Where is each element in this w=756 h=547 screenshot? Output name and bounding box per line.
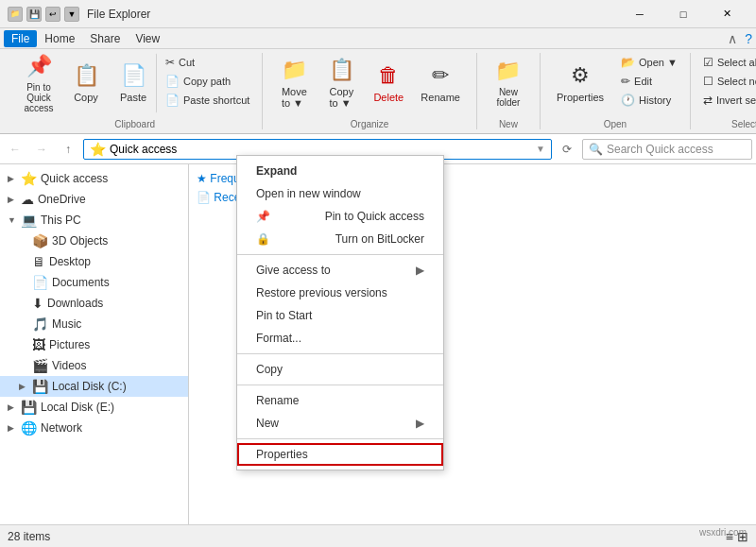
menu-bar: File Home Share View ∧ ? xyxy=(0,28,756,49)
refresh-button[interactable]: ⟳ xyxy=(556,138,578,161)
toolbar-dropdown[interactable]: ▼ xyxy=(64,7,79,22)
copy-path-label: Copy path xyxy=(183,76,231,87)
ctx-new[interactable]: New ▶ xyxy=(237,412,443,435)
select-all-button[interactable]: ☑ Select all xyxy=(698,53,756,72)
ctx-restore-previous[interactable]: Restore previous versions xyxy=(237,282,443,304)
search-box[interactable]: 🔍 Search Quick access xyxy=(582,139,752,160)
new-folder-label: Newfolder xyxy=(496,87,520,108)
up-button[interactable]: ↑ xyxy=(57,138,79,161)
ribbon-expand-icon[interactable]: ∧ xyxy=(728,31,737,46)
cut-icon: ✂ xyxy=(165,56,175,69)
copy-path-button[interactable]: 📄 Copy path xyxy=(161,72,254,91)
local-c-arrow: ▶ xyxy=(19,382,28,391)
window-controls: ─ □ ✕ xyxy=(618,0,748,28)
desktop-label: Desktop xyxy=(49,255,188,268)
sidebar-item-this-pc[interactable]: ▼ 💻 This PC xyxy=(0,210,188,231)
menu-file[interactable]: File xyxy=(4,30,37,47)
copy-to-button[interactable]: 📋 Copyto ▼ xyxy=(318,53,365,113)
properties-button[interactable]: ⚙ Properties xyxy=(548,53,612,113)
ctx-format[interactable]: Format... xyxy=(237,327,443,350)
items-count: 28 items xyxy=(8,530,50,543)
maximize-button[interactable]: □ xyxy=(662,0,705,28)
ribbon-group-organize: 📁 Moveto ▼ 📋 Copyto ▼ 🗑 Delete ✏ Rename … xyxy=(263,53,477,129)
ctx-open-new-window[interactable]: Open in new window xyxy=(237,182,443,205)
copy-path-icon: 📄 xyxy=(165,75,180,88)
sidebar-item-3d-objects[interactable]: 📦 3D Objects xyxy=(0,231,188,251)
ctx-new-arrow: ▶ xyxy=(416,417,424,430)
forward-button[interactable]: → xyxy=(30,138,53,161)
ctx-expand[interactable]: Expand xyxy=(237,160,443,182)
address-path: Quick access xyxy=(110,143,177,156)
pictures-icon: 🖼 xyxy=(32,337,45,352)
sidebar-item-onedrive[interactable]: ▶ ☁ OneDrive xyxy=(0,189,188,210)
downloads-label: Downloads xyxy=(47,297,188,310)
select-group-label: Select xyxy=(698,117,756,129)
ctx-pin-start-label: Pin to Start xyxy=(256,309,312,322)
sidebar-item-downloads[interactable]: ⬇ Downloads xyxy=(0,293,188,314)
network-icon: 🌐 xyxy=(21,420,37,436)
3d-icon: 📦 xyxy=(32,233,48,248)
pin-label: Pin to Quickaccess xyxy=(24,82,54,113)
ctx-properties-label: Properties xyxy=(256,448,308,461)
sidebar-item-documents[interactable]: 📄 Documents xyxy=(0,272,188,293)
cut-button[interactable]: ✂ Cut xyxy=(161,53,254,72)
title-bar: 📁 💾 ↩ ▼ File Explorer ─ □ ✕ xyxy=(0,0,756,28)
ctx-bitlocker[interactable]: 🔒 Turn on BitLocker xyxy=(237,228,443,250)
edit-button[interactable]: ✏ Edit xyxy=(616,72,682,91)
sidebar-item-local-disk-c[interactable]: ▶ 💾 Local Disk (C:) xyxy=(0,376,188,397)
sidebar-item-quick-access[interactable]: ▶ ⭐ Quick access xyxy=(0,168,188,189)
ctx-give-access[interactable]: Give access to ▶ xyxy=(237,259,443,282)
ctx-copy[interactable]: Copy xyxy=(237,358,443,381)
move-to-button[interactable]: 📁 Moveto ▼ xyxy=(270,53,318,113)
invert-selection-button[interactable]: ⇄ Invert selection xyxy=(698,91,756,110)
ribbon-group-clipboard: 📌 Pin to Quickaccess 📋 Copy 📄 Paste ✂ Cu… xyxy=(8,53,263,129)
new-folder-button[interactable]: 📁 Newfolder xyxy=(485,53,532,113)
ribbon: 📌 Pin to Quickaccess 📋 Copy 📄 Paste ✂ Cu… xyxy=(0,49,756,134)
rename-button[interactable]: ✏ Rename xyxy=(412,53,469,113)
ctx-rename[interactable]: Rename xyxy=(237,389,443,412)
select-small-buttons: ☑ Select all ☐ Select none ⇄ Invert sele… xyxy=(698,53,756,110)
sidebar-item-pictures[interactable]: 🖼 Pictures xyxy=(0,334,188,355)
status-bar: 28 items ≡ ⊞ xyxy=(0,524,756,547)
ctx-bitlocker-label: Turn on BitLocker xyxy=(335,232,424,246)
select-all-label: Select all xyxy=(717,57,756,68)
sidebar-item-videos[interactable]: 🎬 Videos xyxy=(0,355,188,376)
app-icon: 📁 xyxy=(8,7,23,22)
address-dropdown-icon[interactable]: ▼ xyxy=(536,144,545,154)
sidebar-item-local-disk-e[interactable]: ▶ 💾 Local Disk (E:) xyxy=(0,397,188,418)
paste-shortcut-button[interactable]: 📄 Paste shortcut xyxy=(161,91,254,110)
ribbon-select-buttons: ☑ Select all ☐ Select none ⇄ Invert sele… xyxy=(698,53,756,117)
pin-icon: 📌 xyxy=(26,54,52,78)
sidebar-item-desktop[interactable]: 🖥 Desktop xyxy=(0,251,188,272)
close-button[interactable]: ✕ xyxy=(705,0,748,28)
menu-share[interactable]: Share xyxy=(82,30,128,47)
ctx-pin-start[interactable]: Pin to Start xyxy=(237,304,443,327)
ctx-properties[interactable]: Properties xyxy=(237,443,443,466)
paste-shortcut-label: Paste shortcut xyxy=(183,94,249,106)
title-bar-icons: 📁 💾 ↩ ▼ xyxy=(8,7,79,22)
paste-button[interactable]: 📄 Paste xyxy=(110,53,157,113)
pin-quick-access-button[interactable]: 📌 Pin to Quickaccess xyxy=(15,53,62,113)
delete-button[interactable]: 🗑 Delete xyxy=(365,53,412,113)
videos-label: Videos xyxy=(52,359,188,372)
select-none-button[interactable]: ☐ Select none xyxy=(698,72,756,91)
sidebar-item-music[interactable]: 🎵 Music xyxy=(0,314,188,334)
menu-home[interactable]: Home xyxy=(37,30,82,47)
undo-toolbar-icon: ↩ xyxy=(45,7,60,22)
documents-icon: 📄 xyxy=(32,275,48,290)
delete-label: Delete xyxy=(373,92,404,103)
copy-button[interactable]: 📋 Copy xyxy=(62,53,110,113)
paste-icon: 📄 xyxy=(121,63,146,88)
sidebar-item-network[interactable]: ▶ 🌐 Network xyxy=(0,418,188,438)
back-button[interactable]: ← xyxy=(4,138,26,161)
content-area: ★ Frequent folders (8) 📄 Recent files (2… xyxy=(189,164,756,524)
main-area: ▶ ⭐ Quick access ▶ ☁ OneDrive ▼ 💻 This P… xyxy=(0,164,756,524)
select-none-label: Select none xyxy=(717,76,756,87)
open-button[interactable]: 📂 Open ▼ xyxy=(616,53,682,72)
history-button[interactable]: 🕐 History xyxy=(616,91,682,110)
menu-view[interactable]: View xyxy=(128,30,167,47)
help-icon[interactable]: ? xyxy=(745,31,752,46)
minimize-button[interactable]: ─ xyxy=(618,0,662,28)
organize-group-label: Organize xyxy=(270,117,469,129)
ctx-pin-quick-access[interactable]: 📌 Pin to Quick access xyxy=(237,205,443,228)
